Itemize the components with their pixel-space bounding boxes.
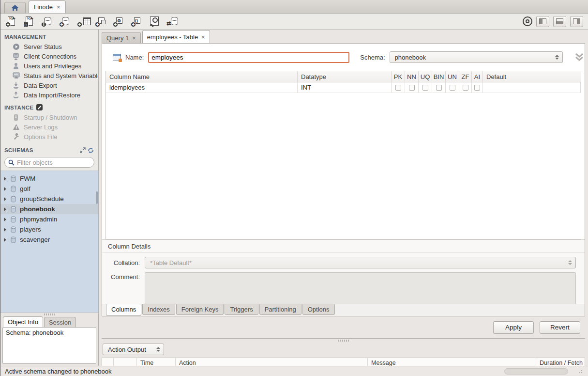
chevron-double-down-icon[interactable] <box>574 53 585 62</box>
create-procedure-icon[interactable]: ⚙+ <box>113 16 125 28</box>
output-selector-dropdown[interactable]: Action Output <box>103 344 164 355</box>
table-icon <box>113 54 121 61</box>
apply-button[interactable]: Apply <box>493 321 534 334</box>
header-un[interactable]: UN <box>446 71 459 82</box>
close-icon[interactable]: × <box>201 34 205 40</box>
new-sql-tab-icon[interactable]: SQL+ <box>5 16 17 28</box>
tab-partitioning[interactable]: Partitioning <box>259 304 302 315</box>
toggle-right-panel-button[interactable] <box>570 16 583 27</box>
expander-icon[interactable] <box>4 207 6 211</box>
sidebar-item-server-status[interactable]: Server Status <box>0 42 98 51</box>
tab-foreign-keys[interactable]: Foreign Keys <box>176 304 224 315</box>
header-ai[interactable]: AI <box>472 71 483 82</box>
schema-row-scavenger[interactable]: scavenger <box>0 235 98 245</box>
cell-ai <box>472 82 483 93</box>
grid-empty-area[interactable] <box>106 93 581 239</box>
schema-row-phonebook[interactable]: phonebook <box>0 204 98 214</box>
expander-icon[interactable] <box>4 218 6 221</box>
header-column-name[interactable]: Column Name <box>106 71 298 82</box>
tab-indexes[interactable]: Indexes <box>142 304 175 315</box>
revert-button[interactable]: Revert <box>540 321 580 334</box>
tab-columns[interactable]: Columns <box>106 304 141 316</box>
expander-icon[interactable] <box>4 228 6 232</box>
close-icon[interactable]: × <box>132 35 136 41</box>
zf-checkbox[interactable] <box>463 85 468 91</box>
bin-checkbox[interactable] <box>436 85 442 91</box>
header-pk[interactable]: PK <box>392 71 405 82</box>
table-row[interactable]: idemployees INT <box>106 82 581 93</box>
sidebar-item-client-connections[interactable]: Client Connections <box>0 51 98 61</box>
schema-row-phpmyadmin[interactable]: phpmyadmin <box>0 214 98 224</box>
header-uq[interactable]: UQ <box>419 71 432 82</box>
schema-filter[interactable] <box>4 157 94 168</box>
cell-column-name[interactable]: idemployees <box>106 82 298 93</box>
comment-textarea[interactable] <box>145 272 576 306</box>
sidebar-item-users-privileges[interactable]: Users and Privileges <box>0 61 98 71</box>
header-bin[interactable]: BIN <box>432 71 446 82</box>
action-output-panel: Action Output Time Action Message Durati… <box>102 338 585 366</box>
schema-row-players[interactable]: players <box>0 224 98 235</box>
header-zf[interactable]: ZF <box>459 71 472 82</box>
un-checkbox[interactable] <box>450 85 455 91</box>
cell-datatype[interactable]: INT <box>298 82 392 93</box>
cell-uq <box>419 82 432 93</box>
cell-zf <box>459 82 472 93</box>
panel-resize-handle[interactable] <box>338 340 349 342</box>
collation-label: Collation: <box>102 259 145 266</box>
search-icon <box>8 159 15 166</box>
sidebar-item-data-export[interactable]: Data Export <box>0 80 98 90</box>
expander-icon[interactable] <box>4 197 6 201</box>
header-nn[interactable]: NN <box>405 71 419 82</box>
tab-session[interactable]: Session <box>44 317 76 327</box>
close-icon[interactable]: × <box>57 4 60 10</box>
tab-options[interactable]: Options <box>302 304 335 315</box>
instance-wrench-icon <box>36 104 43 110</box>
connection-tab[interactable]: Linode × <box>29 0 66 13</box>
refresh-schemas-icon[interactable] <box>87 146 94 154</box>
schema-row-golf[interactable]: golf <box>0 184 98 194</box>
toggle-bottom-panel-button[interactable] <box>553 16 566 27</box>
schema-row-fwm[interactable]: FWM <box>0 173 98 184</box>
expander-icon[interactable] <box>4 238 6 242</box>
open-sql-script-icon[interactable]: SQL⌂ <box>23 16 35 28</box>
sidebar-item-data-import[interactable]: Data Import/Restore <box>0 90 98 100</box>
inspect-database-icon[interactable]: i <box>41 16 53 28</box>
tab-employees-table[interactable]: employees - Table × <box>142 30 210 43</box>
create-view-icon[interactable]: + <box>95 16 107 28</box>
collation-dropdown[interactable]: *Table Default* <box>145 257 576 268</box>
schema-filter-input[interactable] <box>17 159 102 166</box>
sidebar-item-options-file[interactable]: Options File <box>0 132 98 141</box>
preferences-icon[interactable] <box>523 16 532 26</box>
tab-query-1[interactable]: Query 1 × <box>102 32 141 43</box>
ai-checkbox[interactable] <box>474 85 480 91</box>
schema-dropdown[interactable]: phonebook <box>390 51 563 63</box>
header-datatype[interactable]: Datatype <box>298 71 392 82</box>
create-table-icon[interactable]: + <box>77 16 89 28</box>
create-function-icon[interactable]: ()+ <box>131 16 143 28</box>
header-default[interactable]: Default <box>483 71 581 82</box>
table-name-input[interactable] <box>148 52 349 63</box>
tab-triggers[interactable]: Triggers <box>225 304 258 315</box>
sidebar-item-system-variables[interactable]: Status and System Variables <box>0 71 98 80</box>
cell-default[interactable] <box>483 82 581 93</box>
column-details-title: Column Details <box>102 240 585 253</box>
schema-list-scrollbar[interactable] <box>96 191 98 204</box>
create-schema-icon[interactable]: + <box>59 16 71 28</box>
pk-checkbox[interactable] <box>395 85 401 91</box>
nn-checkbox[interactable] <box>409 85 415 91</box>
schema-row-groupschedule[interactable]: groupSchedule <box>0 194 98 204</box>
home-tab[interactable] <box>4 2 26 13</box>
toggle-left-panel-button[interactable] <box>536 16 549 27</box>
uq-checkbox[interactable] <box>422 85 428 91</box>
schema-tree: FWM golf groupSchedule phonebook phpmyad <box>0 171 98 313</box>
sidebar-item-startup-shutdown[interactable]: Startup / Shutdown <box>0 112 98 122</box>
resize-grip-icon[interactable] <box>579 369 584 374</box>
expand-schemas-icon[interactable] <box>79 146 87 154</box>
expander-icon[interactable] <box>4 177 6 181</box>
expander-icon[interactable] <box>4 187 6 191</box>
search-data-icon[interactable] <box>149 16 161 28</box>
sidebar-item-server-logs[interactable]: Server Logs <box>0 122 98 132</box>
tab-object-info[interactable]: Object Info <box>3 316 43 327</box>
reconnect-dbms-icon[interactable]: ⇄ <box>166 16 179 28</box>
editor-tab-bar: Query 1 × employees - Table × <box>102 30 585 43</box>
